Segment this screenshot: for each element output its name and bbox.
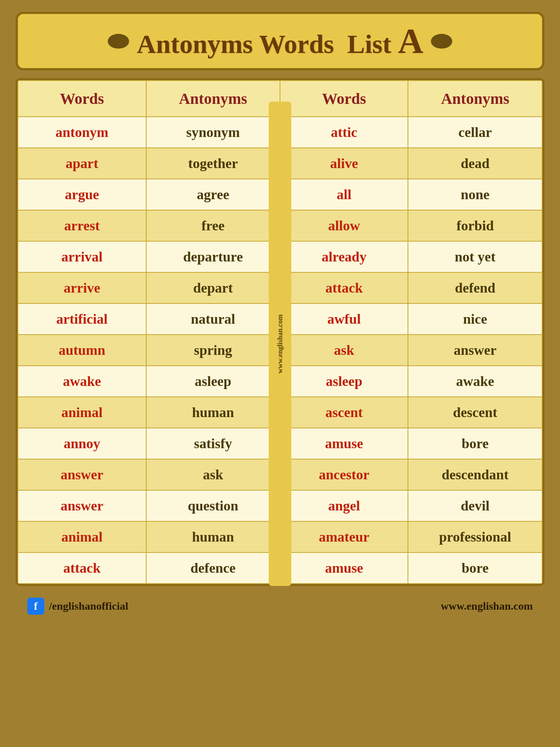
- social-handle: /englishanofficial: [49, 600, 128, 612]
- word-cell-left: annoy: [18, 428, 146, 459]
- word-cell-right: attic: [280, 117, 408, 148]
- table-row: artificialnaturalawfulnice: [18, 303, 542, 335]
- header-oval-left: [108, 34, 129, 49]
- antonym-cell-left: ask: [146, 459, 280, 490]
- col-header-antonyms2: Antonyms: [408, 81, 542, 117]
- antonym-cell-right: dead: [408, 148, 542, 179]
- word-cell-right: angel: [280, 490, 408, 521]
- table-row: arrestfreeallowforbid: [18, 210, 542, 241]
- table-row: arrivedepartattackdefend: [18, 272, 542, 303]
- antonym-cell-right: bore: [408, 552, 542, 584]
- word-cell-left: animal: [18, 521, 146, 552]
- antonym-cell-left: asleep: [146, 366, 280, 397]
- antonym-cell-left: agree: [146, 179, 280, 210]
- antonym-cell-left: spring: [146, 335, 280, 366]
- word-cell-left: animal: [18, 397, 146, 428]
- word-cell-right: allow: [280, 210, 408, 241]
- word-cell-right: already: [280, 241, 408, 272]
- word-cell-right: attack: [280, 272, 408, 303]
- antonym-cell-left: human: [146, 521, 280, 552]
- antonym-cell-right: bore: [408, 428, 542, 459]
- antonym-cell-left: question: [146, 490, 280, 521]
- antonym-cell-right: answer: [408, 335, 542, 366]
- word-cell-left: arrive: [18, 272, 146, 303]
- word-cell-right: amateur: [280, 521, 408, 552]
- table-row: attackdefenceamusebore: [18, 552, 542, 584]
- word-cell-left: arrival: [18, 241, 146, 272]
- page-header: Antonyms Words List A: [16, 12, 544, 70]
- antonym-cell-right: not yet: [408, 241, 542, 272]
- word-cell-right: alive: [280, 148, 408, 179]
- table-row: autumnspringaskanswer: [18, 335, 542, 366]
- footer-website: www.englishan.com: [441, 600, 533, 612]
- header-oval-right: [431, 34, 452, 49]
- table-row: aparttogetheralivedead: [18, 148, 542, 179]
- header-title: Antonyms Words List A: [137, 21, 423, 61]
- facebook-icon: f: [27, 598, 44, 615]
- antonym-cell-left: satisfy: [146, 428, 280, 459]
- page-footer: f /englishanofficial www.englishan.com: [16, 592, 544, 621]
- word-cell-left: antonym: [18, 117, 146, 148]
- word-cell-left: autumn: [18, 335, 146, 366]
- table-row: antonymsynonymatticcellar: [18, 117, 542, 148]
- word-cell-left: attack: [18, 552, 146, 584]
- antonym-cell-left: departure: [146, 241, 280, 272]
- table-header-row: Words Antonyms Words Antonyms: [18, 81, 542, 117]
- word-cell-left: arrest: [18, 210, 146, 241]
- antonym-cell-left: human: [146, 397, 280, 428]
- antonym-cell-right: cellar: [408, 117, 542, 148]
- antonym-cell-right: descent: [408, 397, 542, 428]
- table-row: answerquestionangeldevil: [18, 490, 542, 521]
- word-cell-left: argue: [18, 179, 146, 210]
- antonym-cell-right: nice: [408, 303, 542, 335]
- table-container: Words Antonyms Words Antonyms antonymsyn…: [16, 78, 544, 586]
- word-cell-right: awful: [280, 303, 408, 335]
- antonym-cell-right: descendant: [408, 459, 542, 490]
- antonym-cell-right: none: [408, 179, 542, 210]
- table-row: animalhumanamateurprofessional: [18, 521, 542, 552]
- word-cell-right: asleep: [280, 366, 408, 397]
- antonym-cell-left: synonym: [146, 117, 280, 148]
- table-row: animalhumanascentdescent: [18, 397, 542, 428]
- col-header-words2: Words: [280, 81, 408, 117]
- antonym-cell-left: free: [146, 210, 280, 241]
- word-cell-left: apart: [18, 148, 146, 179]
- word-cell-right: ancestor: [280, 459, 408, 490]
- footer-social: f /englishanofficial: [27, 598, 128, 615]
- antonyms-table: Words Antonyms Words Antonyms antonymsyn…: [18, 80, 542, 584]
- antonym-cell-left: natural: [146, 303, 280, 335]
- antonym-cell-right: devil: [408, 490, 542, 521]
- word-cell-right: amuse: [280, 552, 408, 584]
- word-cell-right: all: [280, 179, 408, 210]
- table-row: arrivaldeparturealreadynot yet: [18, 241, 542, 272]
- antonym-cell-right: defend: [408, 272, 542, 303]
- word-cell-left: answer: [18, 459, 146, 490]
- antonym-cell-left: depart: [146, 272, 280, 303]
- table-row: answeraskancestordescendant: [18, 459, 542, 490]
- table-wrapper: www.englishan.com Words Antonyms Words A…: [16, 78, 544, 586]
- antonym-cell-right: awake: [408, 366, 542, 397]
- word-cell-right: ascent: [280, 397, 408, 428]
- antonym-cell-right: professional: [408, 521, 542, 552]
- antonym-cell-left: defence: [146, 552, 280, 584]
- antonym-cell-right: forbid: [408, 210, 542, 241]
- word-cell-right: ask: [280, 335, 408, 366]
- table-row: argueagreeallnone: [18, 179, 542, 210]
- table-row: awakeasleepasleepawake: [18, 366, 542, 397]
- col-header-words1: Words: [18, 81, 146, 117]
- word-cell-left: awake: [18, 366, 146, 397]
- word-cell-left: artificial: [18, 303, 146, 335]
- col-header-antonyms1: Antonyms: [146, 81, 280, 117]
- table-row: annoysatisfyamusebore: [18, 428, 542, 459]
- word-cell-left: answer: [18, 490, 146, 521]
- word-cell-right: amuse: [280, 428, 408, 459]
- antonym-cell-left: together: [146, 148, 280, 179]
